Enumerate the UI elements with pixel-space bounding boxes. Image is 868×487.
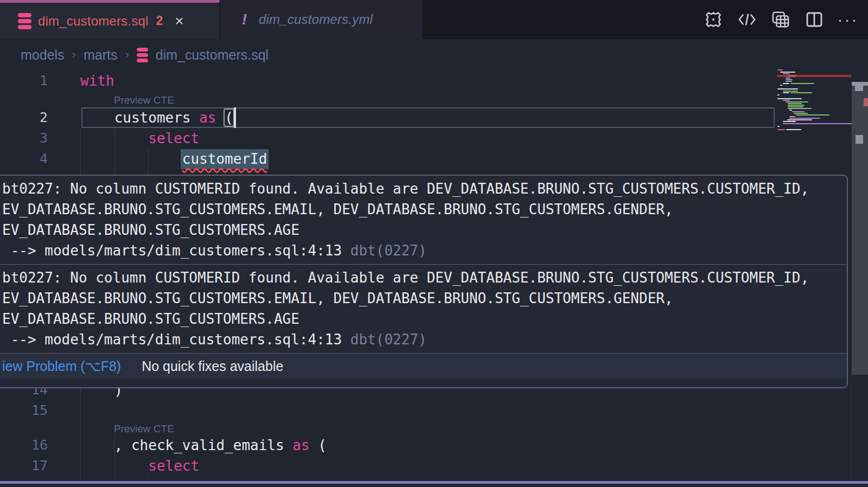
chevron-right-icon: › xyxy=(125,48,129,62)
code-line-4[interactable]: 4 customerId xyxy=(0,149,868,169)
minimap-line xyxy=(789,110,792,111)
minimap-line xyxy=(777,94,780,95)
code-text: , check_valid_emails as ( xyxy=(80,435,327,456)
minimap-line xyxy=(796,114,829,116)
error-message-block: bt0227: No column CUSTOMERID found. Avai… xyxy=(0,176,847,264)
dbt-icon[interactable] xyxy=(704,10,723,29)
code-text: with xyxy=(80,71,114,91)
minimap-line xyxy=(783,121,796,122)
breadcrumb-item-file[interactable]: dim_customers.sql xyxy=(156,47,269,63)
breadcrumb-item-models[interactable]: models xyxy=(21,47,65,63)
code-line-16[interactable]: 16 , check_valid_emails as ( xyxy=(0,435,868,456)
chevron-right-icon: › xyxy=(72,48,76,62)
code-text: customerId xyxy=(80,149,267,169)
minimap-line xyxy=(786,78,790,79)
error-message-line: EV_DATABASE.BRUNO.STG_CUSTOMERS.EMAIL, D… xyxy=(2,199,847,220)
code-line-1[interactable]: 1with xyxy=(0,71,868,91)
minimap-line xyxy=(786,81,792,82)
overview-ruler-mark xyxy=(864,98,868,106)
code-text: select xyxy=(80,456,199,476)
line-number[interactable]: 16 xyxy=(0,435,48,456)
text-cursor: ( xyxy=(225,110,233,126)
overview-ruler-mark xyxy=(856,135,863,144)
editor-toolbar: ··· xyxy=(704,0,857,39)
minimap-line xyxy=(777,88,798,89)
line-number[interactable]: 1 xyxy=(0,71,48,91)
more-actions-icon[interactable]: ··· xyxy=(839,10,857,29)
code-text: customers as ( xyxy=(80,107,233,128)
close-icon[interactable]: × xyxy=(175,14,183,29)
database-icon xyxy=(18,13,31,29)
error-message-line: bt0227: No column CUSTOMERID found. Avai… xyxy=(2,178,847,199)
minimap-line xyxy=(780,72,795,73)
tab-dim-customers-yml[interactable]: ! dim_customers.yml xyxy=(220,0,422,39)
minimap-line xyxy=(788,105,805,106)
code-line-3[interactable]: 3 select xyxy=(0,128,868,149)
code-line-2[interactable]: 2 customers as ( xyxy=(0,107,868,128)
line-number[interactable]: 3 xyxy=(0,128,48,149)
bottom-accent-border xyxy=(0,481,868,484)
no-quick-fixes-label: No quick fixes available xyxy=(142,358,283,374)
database-icon xyxy=(137,48,148,62)
error-message-line: EV_DATABASE.BRUNO.STG_CUSTOMERS.AGE xyxy=(2,309,847,329)
overview-ruler-mark xyxy=(855,86,863,91)
line-number[interactable]: 17 xyxy=(0,456,48,476)
minimap-line xyxy=(790,92,812,93)
error-message-line: EV_DATABASE.BRUNO.STG_CUSTOMERS.EMAIL, D… xyxy=(2,288,847,309)
codelens-preview-cte[interactable]: Preview CTE xyxy=(114,94,174,108)
error-highlighted-token[interactable]: customerId xyxy=(181,149,269,169)
hover-status-bar: iew Problem (⌥F8) No quick fixes availab… xyxy=(0,353,847,379)
code-line-15[interactable]: 15 xyxy=(0,400,868,421)
line-number[interactable]: 15 xyxy=(0,400,48,421)
tab-dim-customers-sql[interactable]: dim_customers.sql 2 × xyxy=(0,0,220,39)
error-message-line: bt0227: No column CUSTOMERID found. Avai… xyxy=(2,267,847,288)
tab-label: dim_customers.yml xyxy=(259,12,373,27)
scrollbar[interactable] xyxy=(852,82,868,375)
minimap-line xyxy=(783,100,790,101)
line-number[interactable]: 4 xyxy=(0,149,48,169)
error-message-line: --> models/marts/dim_customers.sql:4:13 … xyxy=(2,329,847,350)
breadcrumb-item-marts[interactable]: marts xyxy=(84,47,118,63)
overview-ruler-mark xyxy=(852,82,868,86)
tab-problem-count-badge: 2 xyxy=(156,14,163,28)
minimap-line xyxy=(786,101,808,102)
code-icon[interactable] xyxy=(738,10,756,29)
error-message-block: bt0227: No column CUSTOMERID found. Avai… xyxy=(0,264,847,353)
editor-window: dim_customers.sql 2 × ! dim_customers.ym… xyxy=(0,0,868,487)
minimap-line xyxy=(780,85,782,86)
minimap-line xyxy=(777,98,802,99)
warning-icon: ! xyxy=(242,11,247,28)
minimap-line xyxy=(786,79,793,80)
code-text: select xyxy=(80,128,199,149)
minimap-line xyxy=(788,108,812,109)
error-message-line: --> models/marts/dim_customers.sql:4:13 … xyxy=(2,240,847,261)
minimap-line xyxy=(790,83,814,84)
error-message-line: EV_DATABASE.BRUNO.STG_CUSTOMERS.AGE xyxy=(2,220,847,240)
line-number[interactable]: 2 xyxy=(0,107,48,128)
minimap-line xyxy=(792,111,805,112)
code-line-17[interactable]: 17 select xyxy=(0,456,868,476)
error-hover: bt0227: No column CUSTOMERID found. Avai… xyxy=(0,175,848,388)
minimap-line xyxy=(787,119,812,120)
tab-label: dim_customers.sql xyxy=(38,14,148,29)
breadcrumb: models › marts › dim_customers.sql xyxy=(21,39,269,71)
minimap-line xyxy=(788,106,803,107)
view-problem-link[interactable]: iew Problem (⌥F8) xyxy=(2,358,121,374)
minimap-error-line xyxy=(777,75,851,78)
minimap-line xyxy=(783,92,789,93)
minimap-line xyxy=(789,118,820,119)
preview-results-icon[interactable] xyxy=(771,10,790,29)
split-editor-icon[interactable] xyxy=(805,10,824,29)
minimap-line xyxy=(794,113,808,114)
minimap-line xyxy=(777,69,783,71)
minimap-line xyxy=(783,123,854,124)
minimap-line xyxy=(786,129,801,130)
minimap-line xyxy=(777,126,780,127)
minimap-line xyxy=(777,129,785,130)
minimap-line xyxy=(783,91,798,92)
minimap-line xyxy=(788,103,802,104)
scrollbar-track-edge xyxy=(851,387,851,480)
minimap-line xyxy=(789,116,795,117)
tab-bar: dim_customers.sql 2 × ! dim_customers.ym… xyxy=(0,0,868,39)
minimap-line xyxy=(783,83,789,84)
